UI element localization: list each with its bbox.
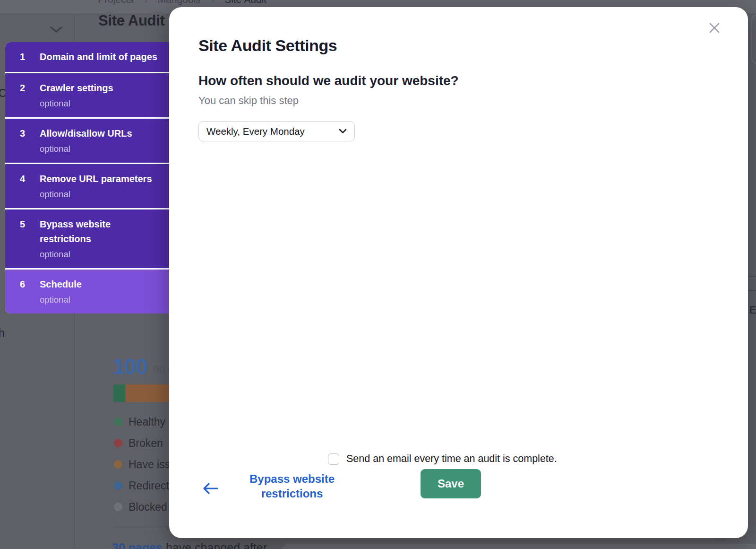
step-body: Remove URL parameters optional	[40, 172, 164, 200]
step-number: 4	[5, 172, 40, 200]
chevron-right-icon: ›	[144, 0, 147, 5]
breadcrumb: Projects › Mangools › Site Audit	[98, 0, 266, 5]
legend-label: Healthy	[129, 416, 165, 428]
modal-title: Site Audit Settings	[198, 36, 337, 55]
background-rule	[748, 290, 756, 291]
step-body: Schedule optional	[40, 277, 164, 306]
clipped-text-fragment: h	[0, 327, 5, 340]
legend-label: Broken	[129, 437, 163, 450]
step-number: 2	[5, 81, 40, 110]
step-number: 5	[5, 217, 40, 261]
step-body: Domain and limit of pages	[40, 50, 164, 64]
step-body: Allow/disallow URLs optional	[40, 126, 164, 155]
save-button[interactable]: Save	[421, 469, 481, 498]
step-number: 6	[5, 277, 40, 306]
step-title: Bypass website restrictions	[40, 217, 164, 246]
schedule-frequency-value: Weekly, Every Monday	[206, 126, 305, 137]
step-title: Schedule	[40, 277, 164, 292]
page-title: Site Audit	[98, 12, 165, 29]
chevron-right-icon: ›	[211, 0, 215, 5]
wizard-step-bypass-website-restrictions[interactable]: 5 Bypass website restrictions optional	[5, 209, 169, 268]
site-audit-settings-modal: Site Audit Settings How often should we …	[169, 7, 748, 538]
wizard-step-crawler-settings[interactable]: 2 Crawler settings optional	[5, 73, 169, 117]
step-number: 3	[5, 126, 40, 155]
chevron-down-icon	[49, 26, 63, 35]
step-title: Remove URL parameters	[40, 172, 164, 186]
changed-pages-link: 30 pages	[112, 541, 163, 549]
changed-pages-line: 30 pages have changed after	[112, 541, 267, 549]
step-optional-label: optional	[40, 97, 164, 110]
step-optional-label: optional	[40, 142, 164, 155]
legend-label: Blocked	[129, 501, 167, 514]
close-icon[interactable]	[706, 20, 722, 38]
step-optional-label: optional	[40, 293, 164, 306]
skip-step-hint: You can skip this step	[198, 95, 299, 107]
settings-wizard-steps: 1 Domain and limit of pages 2 Crawler se…	[5, 42, 169, 314]
schedule-question: How often should we audit your website?	[198, 73, 459, 88]
email-notification-row: Send an email every time an audit is com…	[328, 453, 557, 465]
wizard-step-remove-url-parameters[interactable]: 4 Remove URL parameters optional	[5, 164, 169, 208]
step-title: Allow/disallow URLs	[40, 126, 164, 141]
legend-label: Redirects	[129, 479, 174, 492]
legend-dot	[114, 460, 122, 469]
background-rule	[748, 276, 756, 277]
changed-pages-text: have changed after	[163, 541, 267, 549]
clipped-text-fragment: E	[749, 304, 756, 316]
step-number: 1	[5, 50, 40, 64]
breadcrumb-item-projects: Projects	[98, 0, 134, 5]
schedule-frequency-select[interactable]: Weekly, Every Monday	[198, 121, 355, 141]
legend-dot	[114, 503, 122, 511]
step-body: Bypass website restrictions optional	[40, 217, 164, 261]
wizard-step-domain-and-limit[interactable]: 1 Domain and limit of pages	[5, 42, 169, 72]
legend-dot	[114, 481, 122, 490]
breadcrumb-item-mangools: Mangools	[158, 0, 201, 5]
bar-segment-healthy	[113, 384, 125, 402]
breadcrumb-item-site-audit: Site Audit	[224, 0, 266, 5]
legend-dot	[114, 418, 122, 426]
legend-dot	[114, 439, 122, 447]
wizard-step-allow-disallow-urls[interactable]: 3 Allow/disallow URLs optional	[5, 119, 169, 163]
step-body: Crawler settings optional	[40, 81, 164, 110]
background-table-card	[282, 544, 756, 549]
step-optional-label: optional	[40, 188, 164, 200]
email-notification-checkbox[interactable]	[328, 453, 339, 465]
step-optional-label: optional	[40, 248, 164, 261]
back-to-bypass-restrictions-link[interactable]: Bypass website restrictions	[231, 471, 353, 501]
email-notification-label: Send an email every time an audit is com…	[346, 453, 557, 465]
chevron-down-icon	[339, 127, 347, 136]
site-health-score: 100	[112, 354, 147, 379]
background-card-corner	[751, 15, 756, 64]
step-title: Domain and limit of pages	[40, 50, 164, 64]
step-title: Crawler settings	[40, 81, 164, 96]
wizard-step-schedule[interactable]: 6 Schedule optional	[5, 270, 169, 314]
arrow-left-icon[interactable]	[202, 482, 219, 497]
